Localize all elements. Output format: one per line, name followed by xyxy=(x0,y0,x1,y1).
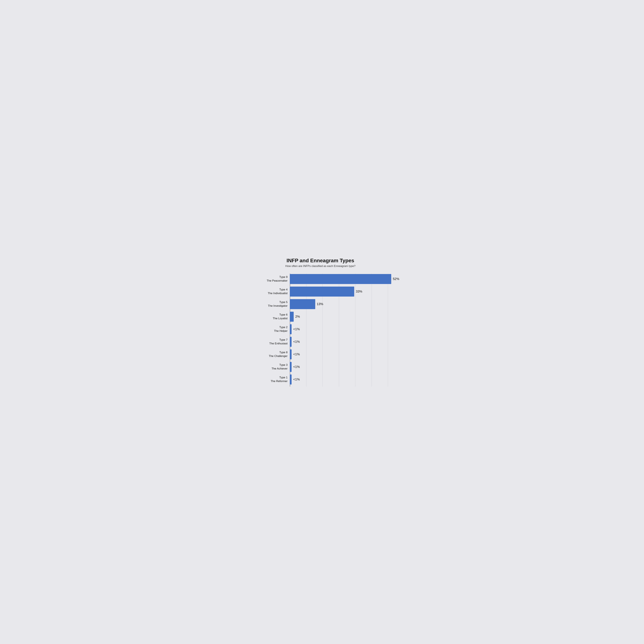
bar-value: 52% xyxy=(393,277,399,281)
bar-label: Type 4The Individualist xyxy=(253,288,290,295)
bar-row: Type 8The Challenger<1% xyxy=(253,349,388,360)
type-desc: The Challenger xyxy=(253,354,288,358)
type-name: Type 6 xyxy=(253,313,288,317)
type-name: Type 1 xyxy=(253,376,288,379)
chart-area: Type 9The Peacemaker52%Type 4The Individ… xyxy=(253,274,388,387)
type-desc: The Achiever xyxy=(253,367,288,370)
bar-row: Type 5The Investigator13% xyxy=(253,299,388,310)
bar-label: Type 9The Peacemaker xyxy=(253,275,290,282)
bar-track: <1% xyxy=(290,336,388,347)
bar-label: Type 3The Achiever xyxy=(253,363,290,370)
bar-fill xyxy=(290,349,292,359)
bar-track: <1% xyxy=(290,374,388,385)
bar-label: Type 7The Enthusiast xyxy=(253,338,290,345)
bar-row: Type 4The Individualist33% xyxy=(253,286,388,297)
type-desc: The Peacemaker xyxy=(253,279,288,283)
type-name: Type 8 xyxy=(253,351,288,354)
bar-track: <1% xyxy=(290,361,388,372)
bar-fill xyxy=(290,362,292,372)
bar-row: Type 2The Helper<1% xyxy=(253,324,388,335)
bar-fill xyxy=(290,274,391,284)
bar-value: <1% xyxy=(293,327,300,331)
bar-track: 52% xyxy=(290,274,399,284)
bar-label: Type 6The Loyalist xyxy=(253,313,290,320)
bar-row: Type 6The Loyalist2% xyxy=(253,311,388,322)
bar-value: 13% xyxy=(317,302,323,306)
bar-value: <1% xyxy=(293,340,300,344)
type-name: Type 3 xyxy=(253,363,288,367)
type-desc: The Investigator xyxy=(253,304,288,308)
chart-container: INFP and Enneagram Types How often are I… xyxy=(250,251,394,393)
type-name: Type 5 xyxy=(253,300,288,304)
bar-track: <1% xyxy=(290,324,388,335)
bar-track: 2% xyxy=(290,311,388,322)
bar-track: 13% xyxy=(290,299,388,310)
bar-fill xyxy=(290,287,354,297)
bar-fill xyxy=(290,374,292,384)
bar-row: Type 7The Enthusiast<1% xyxy=(253,336,388,347)
bar-row: Type 1The Reformer<1% xyxy=(253,374,388,385)
bar-value: 2% xyxy=(295,315,300,318)
type-name: Type 9 xyxy=(253,275,288,279)
chart-subtitle: How often are INFPs classified as each E… xyxy=(253,265,388,268)
type-desc: The Individualist xyxy=(253,292,288,295)
bar-track: 33% xyxy=(290,286,388,297)
bar-value: 33% xyxy=(356,290,362,293)
type-desc: The Reformer xyxy=(253,379,288,383)
bar-label: Type 8The Challenger xyxy=(253,351,290,358)
bar-row: Type 3The Achiever<1% xyxy=(253,361,388,372)
bar-label: Type 1The Reformer xyxy=(253,376,290,383)
bar-value: <1% xyxy=(293,365,300,369)
bar-fill xyxy=(290,324,292,334)
bar-label: Type 2The Helper xyxy=(253,326,290,333)
bar-fill xyxy=(290,312,294,322)
bar-fill xyxy=(290,337,292,347)
bar-track: <1% xyxy=(290,349,388,360)
bar-value: <1% xyxy=(293,378,300,381)
chart-title: INFP and Enneagram Types xyxy=(253,258,388,264)
type-name: Type 2 xyxy=(253,326,288,329)
bar-fill xyxy=(290,299,315,309)
bar-row: Type 9The Peacemaker52% xyxy=(253,274,388,284)
bar-label: Type 5The Investigator xyxy=(253,300,290,308)
type-name: Type 7 xyxy=(253,338,288,342)
type-desc: The Enthusiast xyxy=(253,342,288,345)
type-name: Type 4 xyxy=(253,288,288,291)
type-desc: The Loyalist xyxy=(253,317,288,320)
bar-value: <1% xyxy=(293,352,300,356)
type-desc: The Helper xyxy=(253,329,288,333)
